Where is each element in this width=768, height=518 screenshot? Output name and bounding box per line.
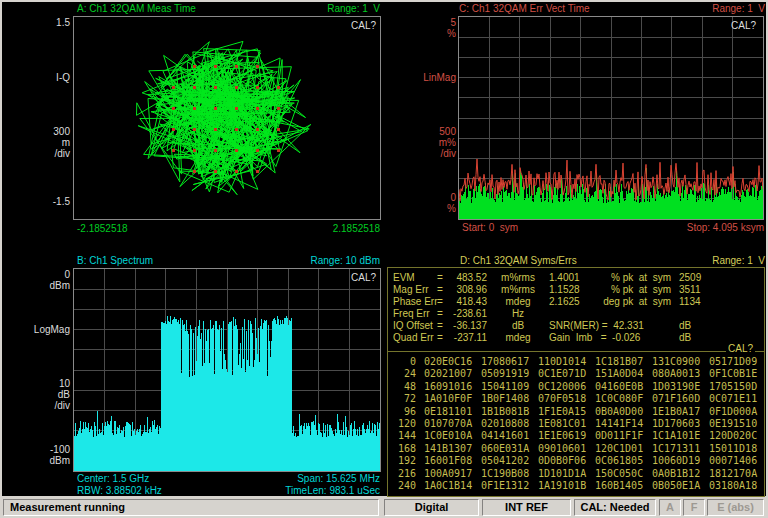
trace-a-range: Range: 1 V: [280, 3, 380, 14]
symbol-hex-group: 03180A18: [701, 480, 758, 492]
error-cell: =: [437, 320, 449, 332]
error-cell: 3511: [671, 284, 731, 296]
trace-b-range: Range: 10 dBm: [280, 255, 380, 266]
trace-c-title: C: Ch1 32QAM Err Vect Time: [459, 3, 590, 14]
trace-a-format-label: I-Q: [0, 72, 70, 83]
error-cell: % pk at sym: [597, 272, 671, 284]
error-vector-plot: [458, 16, 764, 220]
constellation-symbol-dot: [193, 65, 196, 68]
symbol-hex-group: 0D0B0F06: [530, 455, 587, 467]
constellation-symbol-dot: [256, 170, 259, 173]
error-cell: Mag Err: [393, 284, 437, 296]
constellation-symbol-dot: [235, 86, 238, 89]
symbol-hex-group: 1E081C01: [530, 418, 587, 430]
symbol-row: 1441C0E010A041416011E1E06190D011F1F1C1A1…: [388, 430, 764, 442]
constellation-symbol-dot: [235, 170, 238, 173]
status-measurement: Measurement running: [3, 499, 379, 516]
error-cell: mdeg: [487, 332, 549, 344]
symbol-hex-group: 080A0013: [644, 368, 701, 380]
symbol-index: 96: [388, 406, 416, 418]
symbol-index: 240: [388, 480, 416, 492]
symbol-hex-group: 1C181B07: [587, 356, 644, 368]
symbol-hex-group: 0C1E071D: [530, 368, 587, 380]
error-cell: dB: [671, 320, 731, 332]
symbol-hex-group: 1A010F0F: [416, 393, 473, 405]
vsa-window: A: Ch1 32QAM Meas Time Range: 1 V 1.5 I-…: [0, 0, 768, 518]
symbol-hex-group: 1C1A101E: [644, 430, 701, 442]
trace-d-title: D: Ch1 32QAM Syms/Errs: [460, 255, 577, 266]
constellation-symbol-dot: [214, 149, 217, 152]
error-cell: [671, 308, 731, 320]
error-cell: dB: [671, 332, 731, 344]
error-cell: % pk at sym: [597, 284, 671, 296]
symbol-hex-group: 060E031A: [473, 443, 530, 455]
symbol-hex-group: 1D03190E: [644, 381, 701, 393]
error-cell: Gain Imb = -0.026: [549, 332, 597, 344]
trace-c-y-scale: 500m%/div: [386, 126, 456, 159]
spectrum-plot: [73, 268, 381, 472]
symbol-hex-group: 02010808: [473, 418, 530, 430]
error-cell: 308.96: [449, 284, 487, 296]
error-cell: 2.1625: [549, 296, 597, 308]
symbol-hex-group: 0E181101: [416, 406, 473, 418]
trace-c-start-label: Start: 0 sym: [462, 222, 518, 233]
constellation-symbol-dot: [235, 128, 238, 131]
constellation-symbol-dot: [214, 128, 217, 131]
constellation-symbol-dot: [277, 107, 280, 110]
symbol-hex-group: 131C0900: [644, 356, 701, 368]
symbol-index: 48: [388, 381, 416, 393]
trace-c-cal-indicator: CAL?: [660, 20, 756, 31]
trace-a-title: A: Ch1 32QAM Meas Time: [77, 3, 196, 14]
constellation-symbol-dot: [256, 107, 259, 110]
trace-c-y-top-label: 5%: [386, 17, 456, 39]
symbol-row: 1200107070A020108081E081C0114141F141D170…: [388, 418, 764, 430]
constellation-plot: [73, 16, 381, 220]
status-flag-a: A: [659, 499, 681, 516]
symbol-hex-group: 071F160D: [644, 393, 701, 405]
symbol-hex-group: 141B1307: [416, 443, 473, 455]
symbol-hex-group: 1A0C1B14: [416, 480, 473, 492]
symbol-hex-group: 151A0D04: [587, 368, 644, 380]
symbol-hex-group: 150C050C: [587, 468, 644, 480]
constellation-symbol-dot: [256, 86, 259, 89]
symbol-hex-group: 0B0A0D00: [587, 406, 644, 418]
trace-b-title: B: Ch1 Spectrum: [77, 255, 153, 266]
symbol-index: 144: [388, 430, 416, 442]
trace-b-cal-indicator: CAL?: [280, 272, 376, 283]
symbol-index: 72: [388, 393, 416, 405]
constellation-symbol-dot: [256, 128, 259, 131]
constellation-symbol-dot: [214, 170, 217, 173]
error-row: IQ Offset=-36.137dBSNR(MER) = 42.331dB: [388, 320, 764, 332]
symbol-row: 19216001F08050412020D0B0F060C06180510060…: [388, 455, 764, 467]
error-cell: m%rms: [487, 272, 549, 284]
symbol-hex-group: 1A19101B: [530, 480, 587, 492]
trace-d-cal-indicator: CAL?: [726, 343, 755, 354]
symbol-row: 721A010F0F1B0F1408070F05181C0C080F071F16…: [388, 393, 764, 405]
constellation-symbol-dot: [193, 170, 196, 173]
error-cell: -238.61: [449, 308, 487, 320]
constellation-symbol-dot: [172, 86, 175, 89]
error-row: EVM=483.52m%rms1.4001% pk at sym2509: [388, 272, 764, 284]
symbol-index: 168: [388, 443, 416, 455]
error-cell: Freq Err: [393, 308, 437, 320]
error-cell: =: [437, 284, 449, 296]
error-cell: EVM: [393, 272, 437, 284]
symbol-index: 120: [388, 418, 416, 430]
trace-a-y-top-label: 1.5: [0, 17, 70, 28]
error-cell: 483.52: [449, 272, 487, 284]
symbol-hex-group: 0C071E11: [701, 393, 758, 405]
symbol-hex-group: 160B1405: [587, 480, 644, 492]
symbol-hex-group: 04160E0B: [587, 381, 644, 393]
trace-c-range: Range: 1 V: [665, 3, 765, 14]
symbol-hex-group: 0B050E1A: [644, 480, 701, 492]
error-row: Quad Err=-237.11mdegGain Imb = -0.026dB: [388, 332, 764, 344]
symbol-hex-group: 110D1014: [530, 356, 587, 368]
error-cell: SNR(MER) = 42.331: [549, 320, 597, 332]
error-row: Mag Err=308.96m%rms1.1528% pk at sym3511: [388, 284, 764, 296]
trace-a-x-right-label: 2.1852518: [277, 223, 380, 234]
symbol-hex-group: 1C171311: [644, 443, 701, 455]
symbol-hex-group: 1F1E0A15: [530, 406, 587, 418]
trace-b-center-rbw-labels: Center: 1.5 GHzRBW: 3.88502 kHz: [77, 473, 162, 497]
error-cell: [597, 308, 671, 320]
error-cell: =: [437, 332, 449, 344]
